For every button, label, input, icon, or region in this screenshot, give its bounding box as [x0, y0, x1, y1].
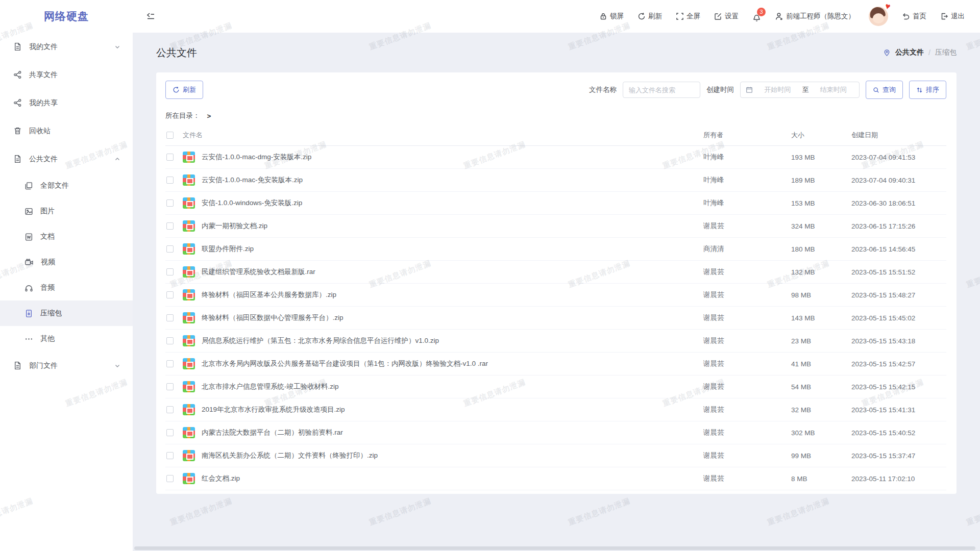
column-file-name: 文件名 [183, 131, 703, 140]
sidebar-item-audio[interactable]: 音频 [0, 275, 133, 300]
filename-search-input[interactable] [623, 82, 700, 98]
chevron-down-icon [114, 363, 120, 369]
zip-file-icon [183, 450, 195, 461]
logout-button[interactable]: 退出 [940, 12, 965, 21]
file-name-link[interactable]: 终验材料（福田区基本公共服务数据库）.zip [202, 290, 336, 299]
sidebar-item-images[interactable]: 图片 [0, 198, 133, 224]
fullscreen-button[interactable]: 全屏 [676, 12, 700, 21]
table-row: 局信息系统运行维护（第五包：北京市水务局综合信息平台运行维护）v1.0.zip … [165, 330, 946, 353]
file-name-link[interactable]: 云安信-1.0.0-mac-dmg-安装版本.zip [202, 153, 311, 162]
zip-file-icon [183, 358, 195, 369]
user-icon [775, 12, 783, 21]
sidebar-item-recycle-bin[interactable]: 回收站 [0, 117, 133, 145]
directory-root-arrow[interactable]: > [207, 112, 211, 120]
share-icon [13, 70, 22, 79]
end-time-placeholder[interactable]: 结束时间 [813, 85, 854, 94]
file-owner: 谢晨芸 [703, 359, 791, 368]
file-name-link[interactable]: 红会文档.zip [202, 474, 240, 483]
query-button[interactable]: 查询 [866, 81, 903, 99]
file-owner: 谢晨芸 [703, 290, 791, 299]
chevron-up-icon [114, 156, 120, 162]
row-checkbox[interactable] [166, 360, 174, 367]
sidebar-item-documents[interactable]: 文档 [0, 224, 133, 249]
row-checkbox[interactable] [166, 452, 174, 459]
sidebar-collapse-icon[interactable] [146, 12, 155, 20]
sidebar-item-others[interactable]: 其他 [0, 326, 133, 352]
table-row: 终验材料（福田区数据中心管理服务平台）.zip 谢晨芸 143 MB 2023-… [165, 307, 946, 330]
table-row: 安信-1.0.0-windows-免安装版.zip 叶海峰 153 MB 202… [165, 192, 946, 215]
row-checkbox[interactable] [166, 429, 174, 436]
select-all-checkbox[interactable] [166, 132, 174, 139]
sidebar-item-my-files[interactable]: 我的文件 [0, 33, 133, 61]
sidebar-item-shared-files[interactable]: 共享文件 [0, 61, 133, 89]
file-name-link[interactable]: 安信-1.0.0-windows-免安装版.zip [202, 198, 302, 208]
file-name-link[interactable]: 云安信-1.0.0-mac-免安装版本.zip [202, 176, 303, 185]
table-row: 南海区机关新办公系统（二期）文件资料（终验打印）.zip 谢晨芸 99 MB 2… [165, 444, 946, 467]
file-name-link[interactable]: 局信息系统运行维护（第五包：北京市水务局综合信息平台运行维护）v1.0.zip [202, 336, 439, 345]
file-owner: 谢晨芸 [703, 405, 791, 414]
row-checkbox[interactable] [166, 337, 174, 344]
user-menu[interactable]: 前端工程师（陈思文） [775, 12, 855, 21]
file-list-card: 刷新 文件名称 创建时间 开始时间 至 结束时间 [156, 72, 957, 494]
refresh-icon [638, 12, 646, 20]
main-content: 公共文件 公共文件 / 压缩包 刷新 [133, 33, 980, 551]
sidebar-item-all-files[interactable]: 全部文件 [0, 173, 133, 198]
table-row: 民建组织管理系统验收文档最新版.rar 谢晨芸 132 MB 2023-05-1… [165, 261, 946, 284]
file-name-link[interactable]: 南海区机关新办公系统（二期）文件资料（终验打印）.zip [202, 451, 378, 460]
sort-button[interactable]: 排序 [909, 81, 946, 99]
row-checkbox[interactable] [166, 291, 174, 298]
avatar[interactable]: ♥ [869, 7, 888, 26]
header-actions: 锁屏 刷新 全屏 [599, 7, 980, 26]
file-name-link[interactable]: 民建组织管理系统验收文档最新版.rar [202, 267, 315, 277]
row-checkbox[interactable] [166, 406, 174, 413]
date-range-picker[interactable]: 开始时间 至 结束时间 [740, 82, 860, 98]
file-created-date: 2023-07-04 09:41:53 [851, 154, 946, 161]
share-icon [13, 98, 22, 107]
file-created-date: 2023-05-15 15:42:57 [851, 360, 946, 368]
file-name-link[interactable]: 2019年北京市水行政审批系统升级改造项目.zip [202, 405, 345, 414]
file-name-link[interactable]: 北京市水务局内网改版及公共服务基础平台建设项目（第1包：内网改版）终验验文档-v… [202, 359, 488, 368]
file-size: 143 MB [791, 314, 851, 322]
file-name-link[interactable]: 终验材料（福田区数据中心管理服务平台）.zip [202, 313, 344, 322]
file-name-link[interactable]: 联盟办件附件.zip [202, 244, 254, 254]
sidebar-item-department-files[interactable]: 部门文件 [0, 352, 133, 380]
breadcrumb: 公共文件 / 压缩包 [883, 48, 957, 57]
horizontal-scrollbar[interactable] [134, 546, 975, 550]
row-checkbox[interactable] [166, 177, 174, 184]
file-size: 132 MB [791, 268, 851, 276]
refresh-list-button[interactable]: 刷新 [165, 81, 203, 99]
file-created-date: 2023-05-15 15:48:27 [851, 291, 946, 299]
row-checkbox[interactable] [166, 245, 174, 253]
zip-file-icon [183, 473, 195, 484]
settings-button[interactable]: 设置 [714, 12, 739, 21]
row-checkbox[interactable] [166, 199, 174, 207]
file-owner: 谢晨芸 [703, 221, 791, 231]
lock-screen-button[interactable]: 锁屏 [599, 12, 624, 21]
table-body: 云安信-1.0.0-mac-dmg-安装版本.zip 叶海峰 193 MB 20… [165, 146, 946, 490]
file-size: 98 MB [791, 291, 851, 299]
refresh-screen-button[interactable]: 刷新 [638, 12, 662, 21]
sidebar-item-videos[interactable]: 视频 [0, 249, 133, 275]
sidebar-item-archives[interactable]: 压缩包 [0, 300, 133, 326]
file-size: 23 MB [791, 337, 851, 345]
file-name-link[interactable]: 北京市排水户信息管理系统-竣工验收材料.zip [202, 382, 339, 391]
row-checkbox[interactable] [166, 154, 174, 161]
breadcrumb-root[interactable]: 公共文件 [895, 48, 924, 57]
sidebar-item-public-files[interactable]: 公共文件 [0, 145, 133, 173]
row-checkbox[interactable] [166, 314, 174, 321]
row-checkbox[interactable] [166, 475, 174, 482]
row-checkbox[interactable] [166, 222, 174, 230]
file-size: 54 MB [791, 383, 851, 391]
home-button[interactable]: 首页 [902, 12, 926, 21]
image-icon [24, 207, 33, 216]
file-name-link[interactable]: 内蒙古法院大数据平台（二期）初验前资料.rar [202, 428, 343, 437]
start-time-placeholder[interactable]: 开始时间 [757, 85, 798, 94]
zip-file-icon [183, 197, 195, 209]
file-name-link[interactable]: 内蒙一期初验文档.zip [202, 221, 267, 231]
row-checkbox[interactable] [166, 383, 174, 390]
chevron-down-icon [114, 44, 120, 50]
sidebar-item-my-shares[interactable]: 我的共享 [0, 89, 133, 117]
document-icon [13, 155, 22, 163]
notifications-button[interactable]: 3 [752, 13, 761, 22]
row-checkbox[interactable] [166, 268, 174, 276]
